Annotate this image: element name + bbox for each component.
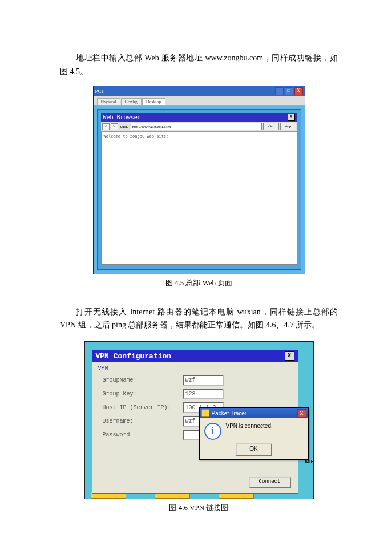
- vpn-section-label: VPN: [98, 365, 293, 371]
- url-bar: < > URL http://www.zongbu.com Go stop: [101, 122, 297, 132]
- url-input[interactable]: http://www.zongbu.com: [131, 123, 262, 130]
- paragraph-1: 地址栏中输入总部 Web 服务器地址 www.zongbu.com，同样成功链接…: [60, 51, 338, 79]
- app-icon: [201, 409, 209, 417]
- groupkey-input[interactable]: 123: [183, 389, 224, 399]
- ok-button[interactable]: OK: [236, 443, 272, 456]
- window-titlebar: PC1 _ □ X: [94, 86, 305, 96]
- groupkey-label: Group Key:: [103, 391, 183, 397]
- dialog: Packet Tracer X i VPN is connected. OK: [199, 407, 309, 460]
- figure-4-6: MIE VPN Configuration X VPN GroupName: w…: [84, 341, 314, 499]
- forward-button[interactable]: >: [111, 123, 118, 130]
- tab-config[interactable]: Config: [121, 98, 142, 105]
- hostip-label: Host IP (Server IP):: [103, 405, 183, 411]
- browser-close-button[interactable]: X: [288, 114, 295, 121]
- caption-4-5: 图 4.5 总部 Web 页面: [60, 278, 338, 288]
- minimize-button[interactable]: _: [275, 87, 284, 95]
- vpn-close-button[interactable]: X: [285, 351, 294, 361]
- url-label: URL: [119, 124, 130, 129]
- password-label: Password: [103, 432, 183, 438]
- figure-4-5: PC1 _ □ X Physical Config Desktop Web Br…: [93, 86, 305, 274]
- groupname-label: GroupName:: [103, 377, 183, 383]
- desktop-area: Web Browser X < > URL http://www.zongbu.…: [97, 109, 301, 270]
- info-icon: i: [204, 423, 221, 440]
- vpn-title: VPN Configuration: [96, 352, 172, 361]
- back-button[interactable]: <: [102, 123, 110, 130]
- dialog-titlebar: Packet Tracer X: [200, 408, 308, 418]
- tab-physical[interactable]: Physical: [97, 98, 120, 105]
- dialog-message: VPN is connected.: [226, 423, 273, 429]
- groupname-input[interactable]: wzf: [183, 375, 224, 386]
- tab-bar: Physical Config Desktop: [94, 96, 305, 106]
- caption-4-6: 图 4.6 VPN 链接图: [60, 503, 338, 513]
- connect-button[interactable]: Connect: [249, 477, 291, 488]
- vpn-titlebar: VPN Configuration X: [92, 350, 298, 362]
- browser-titlebar: Web Browser X: [101, 113, 297, 122]
- username-label: Username:: [103, 418, 183, 424]
- go-button[interactable]: Go: [263, 123, 279, 130]
- browser-viewport: Welcome to zongbu web site!: [101, 132, 297, 265]
- tab-desktop[interactable]: Desktop: [142, 98, 165, 105]
- maximize-button[interactable]: □: [285, 87, 293, 95]
- window-title: PC1: [95, 88, 104, 94]
- paragraph-2: 打开无线接入 Internet 路由器的笔记本电脑 wuxian，同样链接上总部…: [60, 305, 338, 333]
- dialog-title: Packet Tracer: [212, 410, 247, 416]
- close-button[interactable]: X: [294, 87, 303, 95]
- dialog-close-button[interactable]: X: [297, 409, 306, 418]
- stop-button[interactable]: stop: [280, 123, 296, 130]
- browser-title: Web Browser: [103, 114, 141, 120]
